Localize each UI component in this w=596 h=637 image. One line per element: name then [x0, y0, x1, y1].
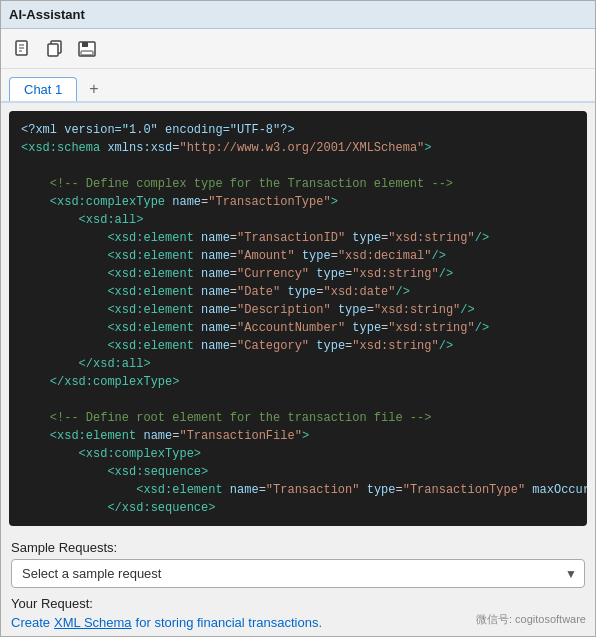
code-line: <xsd:element name="Date" type="xsd:date"… — [21, 283, 575, 301]
toolbar — [1, 29, 595, 69]
title-bar: AI-Assistant — [1, 1, 595, 29]
main-window: AI-Assistant Cha — [0, 0, 596, 637]
code-line: <!-- Define root element for the transac… — [21, 409, 575, 427]
code-line: <xsd:complexType> — [21, 445, 575, 463]
window-title: AI-Assistant — [9, 7, 85, 22]
code-line: <xsd:element name="Amount" type="xsd:dec… — [21, 247, 575, 265]
sample-requests-label: Sample Requests: — [11, 540, 585, 555]
code-panel[interactable]: <?xml version="1.0" encoding="UTF-8"?> <… — [9, 111, 587, 526]
tabs-bar: Chat 1 + — [1, 69, 595, 103]
code-line: <xsd:element name="TransactionFile"> — [21, 427, 575, 445]
sample-request-wrapper: Select a sample request ▼ — [11, 559, 585, 588]
code-line — [21, 391, 575, 409]
code-line: <xsd:element name="Currency" type="xsd:s… — [21, 265, 575, 283]
svg-rect-7 — [82, 42, 88, 47]
code-line: <xsd:all> — [21, 211, 575, 229]
code-line: </xsd:all> — [21, 355, 575, 373]
code-line: </xsd:sequence> — [21, 499, 575, 517]
code-line: <xsd:sequence> — [21, 463, 575, 481]
new-document-icon[interactable] — [11, 37, 35, 61]
code-line: <xsd:element name="TransactionID" type="… — [21, 229, 575, 247]
content-area: <?xml version="1.0" encoding="UTF-8"?> <… — [1, 103, 595, 636]
code-line: <!-- Define complex type for the Transac… — [21, 175, 575, 193]
code-line: <xsd:element name="Category" type="xsd:s… — [21, 337, 575, 355]
save-icon[interactable] — [75, 37, 99, 61]
watermark: 微信号: cogitosoftware — [476, 612, 586, 627]
code-line: <xsd:complexType name="TransactionType"> — [21, 193, 575, 211]
code-line: </xsd:complexType> — [21, 373, 575, 391]
copy-icon[interactable] — [43, 37, 67, 61]
code-line: <?xml version="1.0" encoding="UTF-8"?> — [21, 121, 575, 139]
code-line: <xsd:element name="Transaction" type="Tr… — [21, 481, 575, 499]
request-suffix: for storing financial transactions. — [136, 615, 322, 630]
svg-rect-5 — [48, 44, 58, 56]
code-line: <xsd:schema xmlns:xsd="http://www.w3.org… — [21, 139, 575, 157]
your-request-label: Your Request: — [11, 596, 585, 611]
code-line: <xsd:element name="AccountNumber" type="… — [21, 319, 575, 337]
svg-rect-8 — [81, 51, 93, 55]
code-line: <xsd:element name="Description" type="xs… — [21, 301, 575, 319]
add-tab-button[interactable]: + — [79, 77, 108, 101]
code-line — [21, 157, 575, 175]
request-prefix: Create — [11, 615, 50, 630]
request-link: XML Schema — [54, 615, 132, 630]
sample-request-select[interactable]: Select a sample request — [11, 559, 585, 588]
tab-chat1[interactable]: Chat 1 — [9, 77, 77, 101]
